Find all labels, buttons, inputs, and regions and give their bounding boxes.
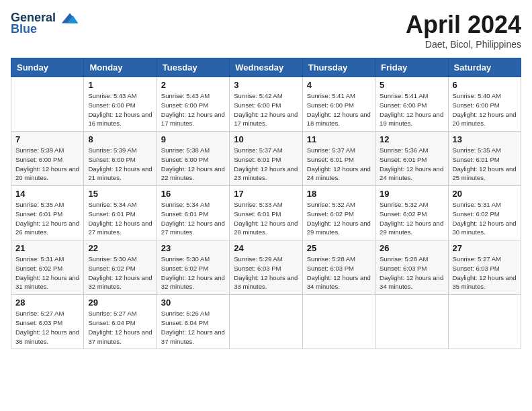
calendar-day-cell: 8Sunrise: 5:39 AMSunset: 6:00 PMDaylight… xyxy=(84,132,157,186)
day-number: 22 xyxy=(88,243,152,253)
day-sun-info: Sunrise: 5:35 AMSunset: 6:01 PMDaylight:… xyxy=(453,146,517,183)
day-number: 27 xyxy=(453,243,517,253)
day-number: 19 xyxy=(380,189,443,199)
calendar-day-cell: 15Sunrise: 5:34 AMSunset: 6:01 PMDayligh… xyxy=(84,186,157,240)
day-number: 25 xyxy=(307,243,371,253)
calendar-day-cell: 2Sunrise: 5:43 AMSunset: 6:00 PMDaylight… xyxy=(157,77,229,132)
day-sun-info: Sunrise: 5:43 AMSunset: 6:00 PMDaylight:… xyxy=(161,91,225,128)
calendar-day-cell: 22Sunrise: 5:30 AMSunset: 6:02 PMDayligh… xyxy=(84,240,157,295)
day-sun-info: Sunrise: 5:30 AMSunset: 6:02 PMDaylight:… xyxy=(88,255,152,291)
calendar-day-cell: 21Sunrise: 5:31 AMSunset: 6:02 PMDayligh… xyxy=(11,240,84,295)
day-sun-info: Sunrise: 5:43 AMSunset: 6:00 PMDaylight:… xyxy=(88,91,152,128)
calendar-day-cell: 23Sunrise: 5:30 AMSunset: 6:02 PMDayligh… xyxy=(157,240,229,295)
calendar-day-cell: 9Sunrise: 5:38 AMSunset: 6:00 PMDaylight… xyxy=(157,132,229,186)
calendar-day-cell xyxy=(11,77,84,132)
day-sun-info: Sunrise: 5:32 AMSunset: 6:02 PMDaylight:… xyxy=(307,200,371,237)
day-sun-info: Sunrise: 5:37 AMSunset: 6:01 PMDaylight:… xyxy=(307,146,371,183)
calendar-day-cell: 25Sunrise: 5:28 AMSunset: 6:03 PMDayligh… xyxy=(302,240,375,295)
day-number: 1 xyxy=(88,80,152,90)
calendar-day-cell: 5Sunrise: 5:41 AMSunset: 6:00 PMDaylight… xyxy=(375,77,448,132)
day-number: 30 xyxy=(161,298,225,308)
calendar-table: SundayMondayTuesdayWednesdayThursdayFrid… xyxy=(11,58,521,349)
calendar-week-row: 14Sunrise: 5:35 AMSunset: 6:01 PMDayligh… xyxy=(11,186,521,240)
calendar-day-cell: 1Sunrise: 5:43 AMSunset: 6:00 PMDaylight… xyxy=(84,77,157,132)
logo-blue-text: Blue xyxy=(11,22,37,36)
calendar-day-cell xyxy=(448,295,521,349)
day-number: 28 xyxy=(15,298,79,308)
weekday-header-wednesday: Wednesday xyxy=(230,58,302,77)
calendar-day-cell: 20Sunrise: 5:31 AMSunset: 6:02 PMDayligh… xyxy=(448,186,521,240)
day-sun-info: Sunrise: 5:26 AMSunset: 6:04 PMDaylight:… xyxy=(161,309,225,346)
day-sun-info: Sunrise: 5:34 AMSunset: 6:01 PMDaylight:… xyxy=(161,200,225,237)
weekday-header-monday: Monday xyxy=(84,58,157,77)
day-number: 3 xyxy=(234,80,298,90)
calendar-day-cell: 18Sunrise: 5:32 AMSunset: 6:02 PMDayligh… xyxy=(302,186,375,240)
day-sun-info: Sunrise: 5:40 AMSunset: 6:00 PMDaylight:… xyxy=(453,91,517,128)
day-number: 7 xyxy=(15,134,79,144)
day-sun-info: Sunrise: 5:29 AMSunset: 6:03 PMDaylight:… xyxy=(234,255,298,291)
month-year-title: April 2024 xyxy=(406,11,521,39)
day-sun-info: Sunrise: 5:39 AMSunset: 6:00 PMDaylight:… xyxy=(88,146,152,183)
calendar-day-cell: 28Sunrise: 5:27 AMSunset: 6:03 PMDayligh… xyxy=(11,295,84,349)
day-sun-info: Sunrise: 5:27 AMSunset: 6:04 PMDaylight:… xyxy=(88,309,152,346)
day-sun-info: Sunrise: 5:31 AMSunset: 6:02 PMDaylight:… xyxy=(453,200,517,237)
day-number: 16 xyxy=(161,189,225,199)
day-sun-info: Sunrise: 5:39 AMSunset: 6:00 PMDaylight:… xyxy=(15,146,79,183)
calendar-day-cell: 4Sunrise: 5:41 AMSunset: 6:00 PMDaylight… xyxy=(302,77,375,132)
calendar-day-cell: 6Sunrise: 5:40 AMSunset: 6:00 PMDaylight… xyxy=(448,77,521,132)
calendar-day-cell: 27Sunrise: 5:27 AMSunset: 6:03 PMDayligh… xyxy=(448,240,521,295)
day-number: 9 xyxy=(161,134,225,144)
day-number: 29 xyxy=(88,298,152,308)
weekday-header-thursday: Thursday xyxy=(302,58,375,77)
calendar-week-row: 28Sunrise: 5:27 AMSunset: 6:03 PMDayligh… xyxy=(11,295,521,349)
title-block: April 2024 Daet, Bicol, Philippines xyxy=(406,11,521,50)
day-sun-info: Sunrise: 5:31 AMSunset: 6:02 PMDaylight:… xyxy=(15,255,79,291)
weekday-header-tuesday: Tuesday xyxy=(157,58,229,77)
day-sun-info: Sunrise: 5:32 AMSunset: 6:02 PMDaylight:… xyxy=(380,200,443,237)
day-sun-info: Sunrise: 5:38 AMSunset: 6:00 PMDaylight:… xyxy=(161,146,225,183)
day-number: 14 xyxy=(15,189,79,199)
location-label: Daet, Bicol, Philippines xyxy=(406,39,521,50)
day-sun-info: Sunrise: 5:27 AMSunset: 6:03 PMDaylight:… xyxy=(453,255,517,291)
day-number: 4 xyxy=(307,80,371,90)
weekday-header-sunday: Sunday xyxy=(11,58,84,77)
day-sun-info: Sunrise: 5:28 AMSunset: 6:03 PMDaylight:… xyxy=(307,255,371,291)
calendar-header-row: SundayMondayTuesdayWednesdayThursdayFrid… xyxy=(11,58,521,77)
weekday-header-saturday: Saturday xyxy=(448,58,521,77)
day-sun-info: Sunrise: 5:42 AMSunset: 6:00 PMDaylight:… xyxy=(234,91,298,128)
day-sun-info: Sunrise: 5:35 AMSunset: 6:01 PMDaylight:… xyxy=(15,200,79,237)
day-sun-info: Sunrise: 5:28 AMSunset: 6:03 PMDaylight:… xyxy=(380,255,443,291)
day-number: 5 xyxy=(380,80,443,90)
day-number: 15 xyxy=(88,189,152,199)
calendar-day-cell: 29Sunrise: 5:27 AMSunset: 6:04 PMDayligh… xyxy=(84,295,157,349)
calendar-day-cell: 7Sunrise: 5:39 AMSunset: 6:00 PMDaylight… xyxy=(11,132,84,186)
day-number: 26 xyxy=(380,243,443,253)
calendar-day-cell: 3Sunrise: 5:42 AMSunset: 6:00 PMDaylight… xyxy=(230,77,302,132)
day-number: 2 xyxy=(161,80,225,90)
page-header: General Blue April 2024 Daet, Bicol, Phi… xyxy=(11,11,521,50)
logo: General Blue xyxy=(11,11,79,36)
day-sun-info: Sunrise: 5:30 AMSunset: 6:02 PMDaylight:… xyxy=(161,255,225,291)
calendar-week-row: 7Sunrise: 5:39 AMSunset: 6:00 PMDaylight… xyxy=(11,132,521,186)
calendar-day-cell: 24Sunrise: 5:29 AMSunset: 6:03 PMDayligh… xyxy=(230,240,302,295)
weekday-header-friday: Friday xyxy=(375,58,448,77)
day-sun-info: Sunrise: 5:41 AMSunset: 6:00 PMDaylight:… xyxy=(307,91,371,128)
day-number: 10 xyxy=(234,134,298,144)
day-number: 17 xyxy=(234,189,298,199)
day-number: 12 xyxy=(380,134,443,144)
day-sun-info: Sunrise: 5:36 AMSunset: 6:01 PMDaylight:… xyxy=(380,146,443,183)
day-sun-info: Sunrise: 5:27 AMSunset: 6:03 PMDaylight:… xyxy=(15,309,79,346)
calendar-week-row: 21Sunrise: 5:31 AMSunset: 6:02 PMDayligh… xyxy=(11,240,521,295)
day-number: 20 xyxy=(453,189,517,199)
calendar-day-cell: 10Sunrise: 5:37 AMSunset: 6:01 PMDayligh… xyxy=(230,132,302,186)
calendar-day-cell: 14Sunrise: 5:35 AMSunset: 6:01 PMDayligh… xyxy=(11,186,84,240)
calendar-day-cell: 11Sunrise: 5:37 AMSunset: 6:01 PMDayligh… xyxy=(302,132,375,186)
calendar-day-cell xyxy=(302,295,375,349)
day-sun-info: Sunrise: 5:37 AMSunset: 6:01 PMDaylight:… xyxy=(234,146,298,183)
calendar-day-cell: 16Sunrise: 5:34 AMSunset: 6:01 PMDayligh… xyxy=(157,186,229,240)
calendar-day-cell: 26Sunrise: 5:28 AMSunset: 6:03 PMDayligh… xyxy=(375,240,448,295)
day-sun-info: Sunrise: 5:34 AMSunset: 6:01 PMDaylight:… xyxy=(88,200,152,237)
day-number: 21 xyxy=(15,243,79,253)
calendar-day-cell: 30Sunrise: 5:26 AMSunset: 6:04 PMDayligh… xyxy=(157,295,229,349)
calendar-day-cell xyxy=(375,295,448,349)
